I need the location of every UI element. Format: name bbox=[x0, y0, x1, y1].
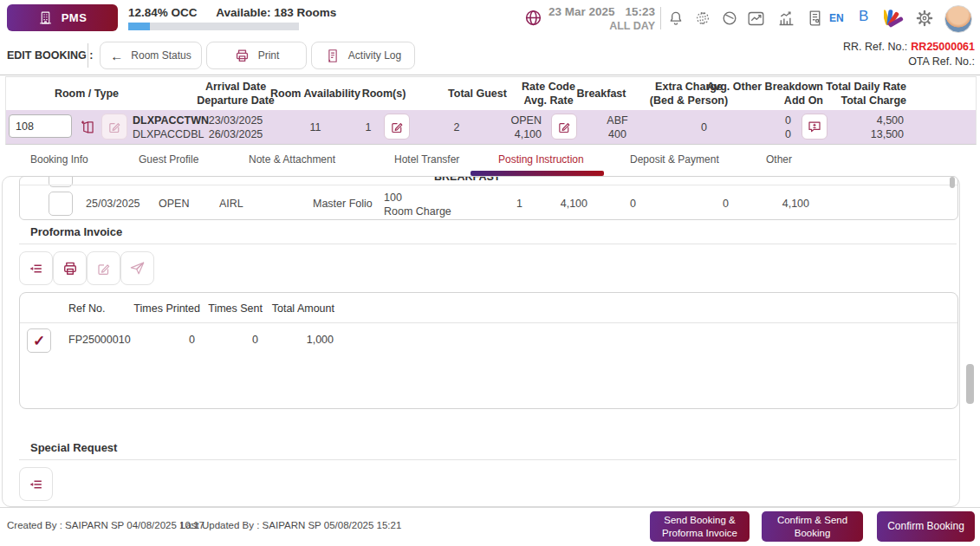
occupancy-progress-fill bbox=[128, 23, 150, 30]
tab-hotel-transfer[interactable]: Hotel Transfer bbox=[394, 153, 459, 166]
print-button[interactable]: Print bbox=[206, 42, 307, 69]
edit-icon bbox=[557, 120, 572, 134]
activity-log-button[interactable]: Activity Log bbox=[311, 42, 415, 69]
room-status-label: Room Status bbox=[131, 49, 191, 62]
edit-rate-button[interactable] bbox=[551, 114, 577, 140]
current-date: 23 Mar 2025 bbox=[548, 5, 615, 18]
proforma-edit-button-disabled bbox=[87, 251, 120, 285]
print-label: Print bbox=[258, 49, 280, 62]
edit-room-button-disabled bbox=[101, 114, 127, 140]
posting-rate-code: OPEN bbox=[159, 198, 189, 210]
rooms-cell: 1 bbox=[349, 110, 387, 144]
topbar-divider bbox=[660, 7, 661, 29]
activity-log-icon bbox=[325, 48, 341, 64]
theme-palette-icon[interactable] bbox=[884, 8, 906, 29]
occupancy-percent-label: 12.84% OCC bbox=[128, 6, 198, 19]
header-times-sent: Times Sent bbox=[202, 302, 263, 315]
door-plus-icon bbox=[80, 119, 96, 135]
printer-icon bbox=[234, 48, 250, 64]
posting-charge: 100Room Charge bbox=[384, 191, 451, 218]
proforma-times-sent: 0 bbox=[224, 334, 258, 346]
proforma-invoice-title: Proforma Invoice bbox=[30, 225, 122, 238]
pms-logo-label: PMS bbox=[62, 11, 88, 24]
line-chart-icon[interactable] bbox=[746, 10, 766, 28]
printer-icon bbox=[62, 260, 79, 277]
posting-folio: Master Folio bbox=[313, 198, 373, 210]
send-booking-proforma-button[interactable]: Send Booking & Proforma Invoice bbox=[650, 511, 750, 542]
posting-row-checkbox-clipped[interactable] bbox=[49, 176, 73, 187]
tab-posting-instruction[interactable]: Posting Instruction bbox=[498, 153, 584, 166]
section-divider bbox=[19, 244, 957, 244]
edit-icon bbox=[107, 120, 122, 134]
edit-icon bbox=[390, 120, 405, 134]
posting-instruction-table: BREAKFAST 25/03/2025 OPEN AIRL Master Fo… bbox=[19, 176, 958, 220]
last-updated-by-text: Last Updated By : SAIPARN SP 05/08/2025 … bbox=[180, 520, 401, 530]
list-menu-icon bbox=[28, 260, 45, 277]
room-status-button[interactable]: ← Room Status bbox=[100, 42, 202, 69]
currency-exchange-icon[interactable] bbox=[694, 10, 711, 27]
header-total-daily-rate: Total Daily RateTotal Charge bbox=[794, 76, 906, 110]
proforma-row-checkbox[interactable]: ✓ bbox=[27, 328, 51, 353]
special-request-title: Special Request bbox=[30, 441, 117, 454]
tab-booking-info[interactable]: Booking Info bbox=[30, 153, 88, 166]
proforma-send-button-disabled bbox=[120, 251, 154, 285]
page-scrollbar-thumb[interactable] bbox=[966, 364, 974, 404]
posting-date: 25/03/2025 bbox=[86, 198, 140, 210]
current-time: 15:23 bbox=[625, 5, 655, 18]
night-audit-status-icon[interactable] bbox=[721, 10, 738, 27]
actionbar-divider bbox=[88, 43, 88, 68]
row-separator bbox=[20, 185, 957, 185]
room-number-input[interactable] bbox=[9, 114, 72, 138]
settings-gear-icon[interactable] bbox=[915, 9, 934, 28]
confirm-booking-button[interactable]: Confirm Booking bbox=[877, 511, 975, 542]
posting-total: 4,100 bbox=[757, 198, 809, 210]
list-menu-icon bbox=[28, 476, 45, 493]
tab-note-attachment[interactable]: Note & Attachment bbox=[249, 153, 335, 166]
posting-row-checkbox[interactable] bbox=[49, 192, 73, 216]
posting-addon: 0 bbox=[694, 198, 729, 210]
tab-deposit-payment[interactable]: Deposit & Payment bbox=[630, 153, 719, 166]
rr-ref-value: RR25000061 bbox=[911, 41, 975, 53]
language-selector[interactable]: EN bbox=[829, 12, 844, 24]
header-ref-no: Ref No. bbox=[68, 302, 105, 315]
available-rooms-label: Available: 183 Rooms bbox=[216, 6, 336, 19]
pms-edit-booking-screen: PMS 12.84% OCC Available: 183 Rooms 23 M… bbox=[0, 0, 980, 546]
posting-amount: 4,100 bbox=[535, 198, 587, 210]
table-header-divider bbox=[20, 322, 957, 323]
back-arrow-icon: ← bbox=[110, 49, 123, 63]
section-divider bbox=[19, 459, 957, 460]
report-document-icon[interactable] bbox=[806, 9, 824, 28]
proforma-invoice-table: Ref No. Times Printed Times Sent Total A… bbox=[19, 292, 958, 409]
occupancy-summary: 12.84% OCC Available: 183 Rooms bbox=[128, 6, 352, 19]
notifications-bell-icon[interactable] bbox=[667, 10, 685, 27]
b-badge-button[interactable]: B bbox=[859, 8, 868, 25]
hotel-building-icon bbox=[38, 10, 53, 25]
edit-icon bbox=[96, 261, 112, 276]
reference-numbers: RR. Ref. No.:RR25000061 OTA Ref. No.: bbox=[711, 40, 975, 69]
posting-extra: 0 bbox=[601, 198, 636, 210]
table-scrollbar-thumb[interactable] bbox=[950, 177, 955, 188]
edit-rooms-button[interactable] bbox=[384, 114, 410, 140]
proforma-print-button[interactable] bbox=[53, 251, 87, 285]
confirm-and-send-button[interactable]: Confirm & Send Booking bbox=[762, 511, 863, 542]
posting-qty: 1 bbox=[488, 198, 522, 210]
paper-plane-icon bbox=[129, 260, 146, 276]
check-icon: ✓ bbox=[33, 334, 45, 348]
pms-logo-button[interactable]: PMS bbox=[7, 4, 118, 31]
activity-log-label: Activity Log bbox=[348, 49, 401, 62]
header-total-amount: Total Amount bbox=[265, 302, 334, 315]
tab-guest-profile[interactable]: Guest Profile bbox=[139, 153, 198, 166]
created-by-text: Created By : SAIPARN SP 04/08/2025 10:17 bbox=[7, 520, 204, 530]
posting-source: AIRL bbox=[219, 198, 243, 210]
proforma-times-printed: 0 bbox=[160, 334, 195, 346]
footer-bar: Created By : SAIPARN SP 04/08/2025 10:17… bbox=[0, 507, 980, 546]
ota-ref-label: OTA Ref. No.: bbox=[908, 55, 975, 68]
page-title: EDIT BOOKING : bbox=[7, 49, 93, 62]
proforma-list-button[interactable] bbox=[19, 251, 53, 285]
bar-chart-icon[interactable] bbox=[776, 10, 796, 28]
assign-room-button[interactable] bbox=[75, 114, 101, 140]
user-avatar[interactable] bbox=[944, 5, 972, 33]
tab-other[interactable]: Other bbox=[766, 153, 792, 166]
special-request-list-button[interactable] bbox=[19, 467, 53, 501]
header-times-printed: Times Printed bbox=[122, 302, 200, 315]
